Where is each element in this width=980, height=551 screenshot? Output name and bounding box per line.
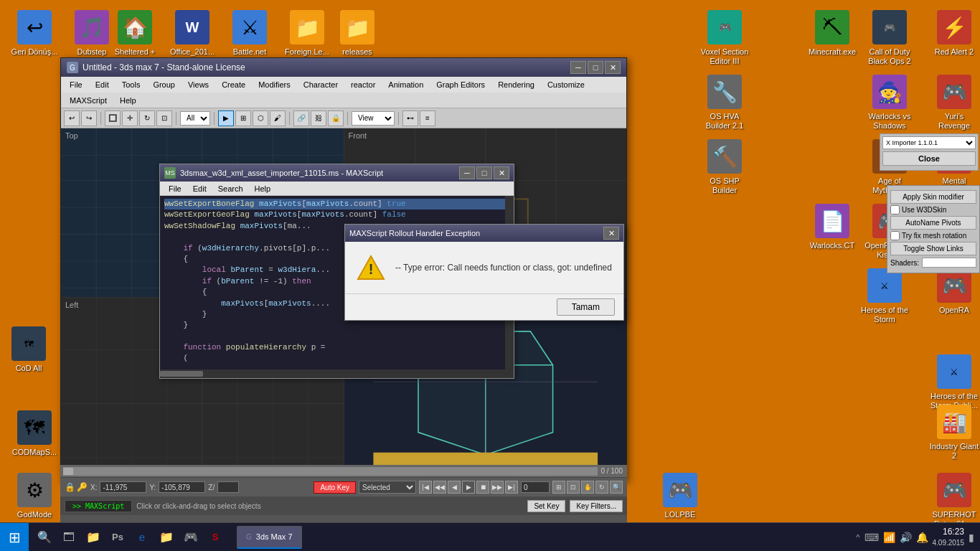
y-coord-input[interactable] (159, 481, 205, 493)
icon-office[interactable]: W Office_201... (164, 7, 221, 60)
menu-character[interactable]: Character (298, 79, 344, 90)
taskbar-ie[interactable]: e (132, 527, 152, 547)
icon-yuris[interactable]: 🎮 Yuri's Revenge (925, 72, 980, 133)
toolbar-unlink[interactable]: ⛓ (311, 110, 326, 126)
menu-tools[interactable]: Tools (116, 79, 146, 90)
maxscript-titlebar[interactable]: MS 3dsmax_w3d_xml_asset_importer_11015.m… (160, 164, 514, 182)
icon-geri[interactable]: ↩ Geri Dönüş... (6, 7, 63, 60)
toolbar-paint[interactable]: 🖌 (270, 110, 286, 126)
menu-create[interactable]: Create (216, 79, 251, 90)
ms-menu-edit[interactable]: Edit (187, 183, 212, 194)
toolbar-filter-select[interactable]: All (180, 111, 210, 126)
taskbar-photoshop[interactable]: Ps (108, 527, 128, 547)
maximize-button[interactable]: □ (588, 61, 603, 74)
tamam-button[interactable]: Tamam (557, 298, 615, 316)
icon-releases[interactable]: 📁 releases (329, 7, 386, 60)
timeline-area[interactable]: 0 / 100 (60, 465, 627, 478)
toolbar-bind[interactable]: 🔒 (328, 110, 344, 126)
icon-godmode[interactable]: ⚙ GodMode (6, 470, 63, 522)
start-button[interactable]: ⊞ (0, 523, 29, 552)
try-fix-checkbox[interactable] (890, 231, 900, 240)
tray-chevron[interactable]: ^ (856, 533, 859, 542)
toolbar-move[interactable]: ✛ (122, 110, 138, 126)
w3d-close-button[interactable]: Close (882, 151, 976, 166)
icon-foreignle[interactable]: 📁 Foreign.Le... (278, 7, 336, 60)
toggle-links-button[interactable]: Toggle Show Links (890, 242, 976, 255)
play-button[interactable]: ▶ (462, 481, 475, 494)
set-key-button[interactable]: Set Key (527, 500, 565, 512)
icon-industry[interactable]: 🏭 Industry Giant 2 (925, 402, 980, 463)
close-button[interactable]: ✕ (605, 61, 621, 74)
selected-select[interactable]: Selected (359, 481, 416, 494)
stop-button[interactable]: ⏹ (476, 481, 489, 494)
menu-reactor[interactable]: reactor (345, 79, 381, 90)
icon-warlocks2[interactable]: 📄 Warlocks.CT (804, 201, 861, 253)
ms-menu-file[interactable]: File (163, 183, 187, 194)
menu-help[interactable]: Help (114, 95, 142, 106)
toolbar-link[interactable]: 🔗 (293, 110, 309, 126)
menu-graph[interactable]: Graph Editors (430, 79, 491, 90)
toolbar-undo[interactable]: ↩ (64, 110, 80, 126)
icon-callofduty[interactable]: 🎮 Call of Duty Black Ops 2 (861, 7, 918, 69)
error-close-button[interactable]: ✕ (603, 227, 619, 240)
taskbar-filezilla[interactable]: S (205, 527, 225, 547)
menu-customize[interactable]: Customize (542, 79, 590, 90)
z-coord-input[interactable] (217, 481, 239, 493)
toolbar-align[interactable]: ≡ (420, 110, 435, 126)
orbit-button[interactable]: ↻ (595, 481, 608, 494)
taskbar-explorer[interactable]: 📁 (83, 527, 103, 547)
code-hscroll[interactable] (160, 369, 514, 378)
toolbar-rotate[interactable]: ↻ (139, 110, 155, 126)
toolbar-lasso[interactable]: ⬡ (253, 110, 268, 126)
ms-minimize-button[interactable]: ─ (459, 166, 475, 179)
icon-battlenet[interactable]: ⚔ Battle.net (221, 7, 278, 60)
ms-maximize-button[interactable]: □ (476, 166, 492, 179)
taskbar-3dsmax-app[interactable]: G 3ds Max 7 (237, 526, 302, 549)
taskbar-task-view[interactable]: 🗔 (59, 527, 79, 547)
prev-key-button[interactable]: ◀◀ (433, 481, 446, 494)
zoom-button[interactable]: 🔍 (610, 481, 623, 494)
error-titlebar[interactable]: MAXScript Rollout Handler Exception ✕ (345, 225, 623, 242)
ms-close-button[interactable]: ✕ (494, 166, 509, 179)
tray-volume-icon[interactable]: 🔊 (900, 532, 912, 543)
tray-notification-icon[interactable]: 🔔 (916, 532, 928, 543)
menu-group[interactable]: Group (147, 79, 181, 90)
toolbar-mirror[interactable]: ⊷ (402, 110, 418, 126)
last-frame-button[interactable]: ▶| (505, 481, 518, 494)
apply-skin-button[interactable]: Apply Skin modifier (890, 190, 976, 204)
auto-key-button[interactable]: Auto Key (314, 481, 356, 494)
toolbar-select[interactable]: 🔲 (105, 110, 121, 126)
taskbar-search-icon[interactable]: 🔍 (34, 527, 55, 547)
icon-oshva[interactable]: 🔧 OS HVA Builder 2.1 (696, 72, 753, 133)
toolbar-view-select[interactable]: View (352, 111, 395, 126)
ms-menu-search[interactable]: Search (212, 183, 249, 194)
3dsmax-titlebar[interactable]: G Untitled - 3ds max 7 - Stand-alone Lic… (61, 58, 626, 77)
taskbar-game[interactable]: 🎮 (181, 527, 201, 547)
menu-rendering[interactable]: Rendering (492, 79, 540, 90)
prev-frame-button[interactable]: |◀ (419, 481, 432, 494)
autoname-button[interactable]: AutoName Pivots (890, 216, 976, 230)
next-key-button[interactable]: ▶▶ (491, 481, 504, 494)
key-filters-button[interactable]: Key Filters... (570, 500, 623, 512)
icon-lolpbe[interactable]: 🎮 LOLPBE (651, 470, 709, 522)
minimize-button[interactable]: ─ (570, 61, 586, 74)
zoom-extents-button[interactable]: ⊞ (552, 481, 565, 494)
menu-animation[interactable]: Animation (382, 79, 429, 90)
icon-codall[interactable]: 🗺 CoD All (0, 324, 57, 376)
taskbar-folder2[interactable]: 📁 (156, 527, 176, 547)
ms-menu-help[interactable]: Help (249, 183, 277, 194)
icon-warlocks[interactable]: 🧙 Warlocks vs Shadows (861, 72, 918, 133)
w3d-version-select[interactable]: X Importer 1.1.0.1 (882, 136, 976, 149)
toolbar-scale[interactable]: ⊡ (156, 110, 172, 126)
pan-button[interactable]: ✋ (581, 481, 594, 494)
toolbar-region[interactable]: ⊞ (235, 110, 251, 126)
menu-edit[interactable]: Edit (90, 79, 115, 90)
menu-modifiers[interactable]: Modifiers (253, 79, 296, 90)
x-coord-input[interactable] (100, 481, 146, 493)
frame-input[interactable] (521, 481, 550, 493)
use-w3d-checkbox[interactable] (890, 205, 900, 215)
play-back-button[interactable]: ◀ (448, 481, 461, 494)
zoom-all-button[interactable]: ⊡ (567, 481, 580, 494)
toolbar-redo[interactable]: ↪ (81, 110, 97, 126)
icon-redalert[interactable]: ⚡ Red Alert 2 (925, 7, 980, 60)
